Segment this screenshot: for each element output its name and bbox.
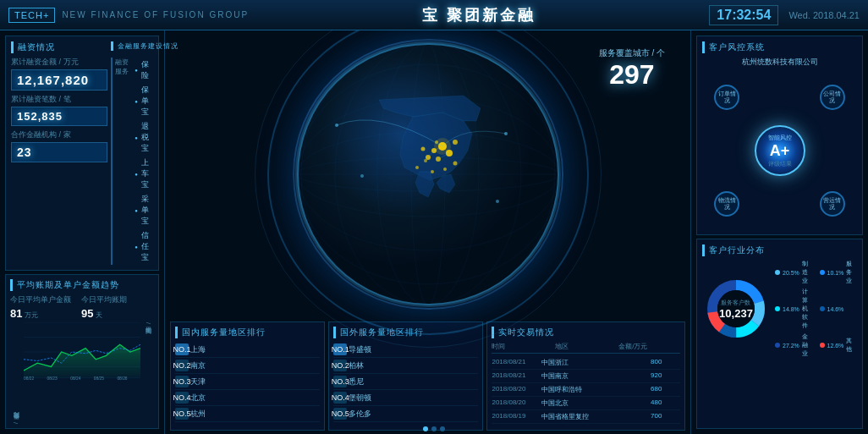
legend-pct-finance: 27.2% bbox=[783, 343, 799, 349]
legend-label-manufacturing: 制造业 bbox=[802, 260, 813, 285]
tx-row-0: 2018/08/21 中国浙江 800 bbox=[492, 356, 680, 370]
legend-pct-service: 10.1% bbox=[827, 270, 844, 276]
customer-total-value: 10,237 bbox=[719, 307, 753, 320]
center-panel: 服务覆盖城市 / 个 297 bbox=[165, 30, 690, 434]
service-cities-label: 服务覆盖城市 / 个 bbox=[599, 47, 665, 59]
overseas-row-4: NO.5 多伦多 bbox=[333, 406, 478, 422]
svg-point-51 bbox=[431, 170, 434, 173]
tx-region-2: 中国呼和浩特 bbox=[541, 385, 647, 394]
tx-region-3: 中国北京 bbox=[541, 398, 647, 408]
legend-dot-other2 bbox=[820, 306, 825, 311]
main-content: 融资情况 累计融资金额 / 万元 12,167,820 累计融资笔数 / 笔 1… bbox=[0, 30, 868, 434]
partner-label: 合作金融机构 / 家 bbox=[11, 129, 107, 140]
legend-dot-other bbox=[820, 343, 825, 348]
tech-badge: TECH+ bbox=[8, 8, 55, 23]
total-amount-label: 累计融资金额 / 万元 bbox=[11, 57, 107, 68]
domestic-row-3: NO.4 北京 bbox=[175, 390, 320, 406]
svg-point-48 bbox=[443, 168, 447, 171]
tx-row-1: 2018/08/21 中国南京 920 bbox=[492, 370, 680, 383]
svg-point-36 bbox=[453, 140, 458, 145]
col-time: 时间 bbox=[492, 342, 553, 351]
service-item-3: 上车宝 bbox=[135, 156, 153, 192]
col-region: 地区 bbox=[555, 342, 617, 351]
realtime-rows: 2018/08/21 中国浙江 800 2018/08/21 中国南京 920 … bbox=[492, 356, 680, 424]
legend-row-3: 27.2% 金融业 12.6% 其他 bbox=[775, 332, 857, 358]
header-right: 17:32:54 Wed. 2018.04.21 bbox=[709, 5, 860, 25]
industry-title: 客户行业分布 bbox=[702, 244, 857, 256]
overseas-city-3: 堡朝顿 bbox=[349, 393, 478, 404]
line-chart-svg: 08/22 08/23 08/24 08/25 08/26 800 700 60… bbox=[24, 322, 140, 382]
company-name: 杭州统数科技有限公司 bbox=[702, 57, 857, 68]
service-title: 金融服务建设情况 bbox=[111, 41, 153, 51]
donut-container: 服务客户数 10,237 bbox=[702, 275, 770, 343]
legend-dot-manufacturing bbox=[775, 270, 780, 275]
risk-title: 客户风控系统 bbox=[702, 41, 857, 53]
risk-item-company: 公司情况 bbox=[808, 85, 858, 110]
nav-dot-2[interactable] bbox=[431, 426, 437, 431]
svg-text:08/22: 08/22 bbox=[24, 376, 34, 381]
domestic-rows: NO.1 上海 NO.2 南京 NO.3 天津 NO.4 北京 NO.5 杭州 bbox=[175, 342, 320, 422]
service-item-2: 退税宝 bbox=[135, 119, 153, 156]
svg-point-50 bbox=[424, 159, 427, 162]
domestic-ranking-table: 国内服务量地区排行 NO.1 上海 NO.2 南京 NO.3 天津 NO.4 北… bbox=[170, 321, 325, 431]
chart-y1-label: 平均单户金额/万元 bbox=[10, 322, 22, 424]
tx-region-4: 中国省格里复控 bbox=[541, 412, 647, 421]
tx-row-3: 2018/08/20 中国北京 480 bbox=[492, 397, 680, 410]
svg-point-45 bbox=[360, 174, 364, 178]
risk-panel: 客户风控系统 杭州统数科技有限公司 订单情况 公司情况 bbox=[696, 36, 863, 235]
service-item-0: 保险 bbox=[135, 58, 153, 83]
service-item-4: 采单宝 bbox=[135, 192, 153, 228]
svg-text:08/25: 08/25 bbox=[94, 376, 104, 381]
realtime-table: 实时交易情况 时间 地区 金额/万元 2018/08/21 中国浙江 800 2… bbox=[486, 321, 685, 431]
tx-amount-1: 920 bbox=[651, 371, 680, 381]
legend-label-computer: 计算机软件 bbox=[802, 288, 813, 330]
legend-other: 12.6% 其他 bbox=[820, 332, 858, 358]
ai-result-label: 评级结果 bbox=[768, 160, 792, 168]
industry-panel: 客户行业分布 bbox=[696, 239, 863, 429]
domestic-row-4: NO.5 杭州 bbox=[175, 406, 320, 422]
domestic-rank-0: NO.1 bbox=[175, 343, 189, 355]
svg-point-46 bbox=[496, 200, 499, 203]
overseas-row-3: NO.4 堡朝顿 bbox=[333, 390, 478, 406]
total-amount-value: 12,167,820 bbox=[11, 69, 107, 91]
tx-region-1: 中国南京 bbox=[541, 371, 647, 381]
avg-period-value: 95 bbox=[81, 307, 93, 320]
overseas-rows: NO.1 导盛顿 NO.2 柏林 NO.3 悉尼 NO.4 堡朝顿 NO.5 多… bbox=[333, 342, 478, 422]
overseas-rank-3: NO.4 bbox=[333, 392, 347, 404]
tx-amount-0: 800 bbox=[651, 358, 680, 367]
bottom-nav bbox=[423, 426, 445, 431]
funding-title: 融资情况 bbox=[11, 41, 107, 53]
domestic-city-2: 天津 bbox=[190, 376, 320, 387]
risk-order-label: 订单情况 bbox=[716, 91, 738, 103]
tx-time-3: 2018/08/20 bbox=[492, 398, 538, 408]
date-display: Wed. 2018.04.21 bbox=[788, 10, 860, 20]
nav-dot-3[interactable] bbox=[440, 426, 445, 431]
service-item-1: 保单宝 bbox=[135, 83, 153, 119]
legend-dot-finance bbox=[775, 343, 780, 348]
domestic-rank-3: NO.4 bbox=[175, 392, 189, 404]
svg-point-43 bbox=[335, 124, 338, 127]
domestic-ranking-title: 国内服务量地区排行 bbox=[175, 327, 320, 338]
svg-point-37 bbox=[420, 147, 425, 151]
risk-item-logistics: 物流情况 bbox=[702, 191, 752, 217]
nav-dot-1[interactable] bbox=[423, 426, 428, 431]
risk-circle-operations: 营运情况 bbox=[820, 191, 845, 217]
legend-dot-computer bbox=[775, 306, 780, 311]
header-title: 宝 聚团新金融 bbox=[422, 5, 536, 25]
title-icon: 宝 bbox=[422, 7, 440, 24]
domestic-rank-2: NO.3 bbox=[175, 376, 189, 387]
avg-period-label: 今日平均账期 bbox=[81, 294, 127, 305]
title-text: 聚团新金融 bbox=[447, 7, 536, 24]
risk-item-order: 订单情况 bbox=[702, 85, 752, 110]
legend-pct-computer: 14.8% bbox=[783, 306, 799, 312]
right-panel: 客户风控系统 杭州统数科技有限公司 订单情况 公司情况 bbox=[690, 30, 868, 434]
risk-item-operations: 营运情况 bbox=[808, 191, 858, 217]
header-left: TECH+ NEW FINANCE OF FUSION GROUP bbox=[8, 8, 249, 23]
time-display: 17:32:54 bbox=[709, 5, 778, 25]
col-amount: 金额/万元 bbox=[618, 342, 680, 351]
industry-content: 服务客户数 10,237 20.5% 制造业 10.1 bbox=[702, 260, 857, 358]
legend-label-service: 服务业 bbox=[846, 260, 857, 285]
avg-period-stat: 今日平均账期 95 天 bbox=[81, 294, 127, 320]
tx-time-2: 2018/08/20 bbox=[492, 385, 538, 394]
overseas-row-2: NO.3 悉尼 bbox=[333, 374, 478, 390]
